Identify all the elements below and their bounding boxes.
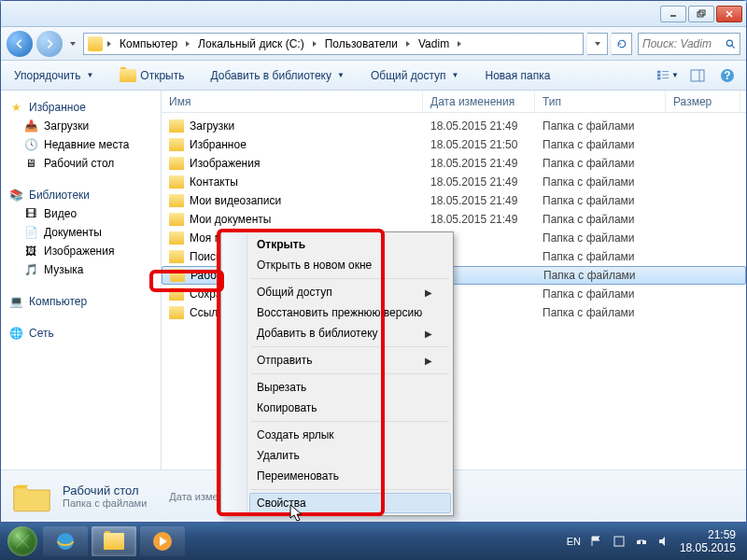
taskbar: EN 21:59 18.05.2015 xyxy=(0,523,747,560)
table-row[interactable]: Мои документы18.05.2015 21:49Папка с фай… xyxy=(162,210,746,229)
column-type[interactable]: Тип xyxy=(535,91,666,112)
sidebar-item-music[interactable]: 🎵Музыка xyxy=(5,260,157,279)
open-button[interactable]: Открыть xyxy=(114,65,190,86)
breadcrumb-computer[interactable]: Компьютер xyxy=(116,34,181,54)
network-icon[interactable] xyxy=(635,535,648,548)
cm-create-shortcut[interactable]: Создать ярлык xyxy=(249,425,451,445)
share-button[interactable]: Общий доступ▼ xyxy=(365,65,465,86)
add-to-library-button[interactable]: Добавить в библиотеку▼ xyxy=(204,65,349,86)
cm-rename[interactable]: Переименовать xyxy=(249,466,451,486)
preview-pane-button[interactable] xyxy=(686,66,709,85)
breadcrumb-users[interactable]: Пользователи xyxy=(321,34,402,54)
submenu-arrow-icon: ▶ xyxy=(425,356,432,366)
media-player-icon xyxy=(151,530,174,553)
sidebar-favorites[interactable]: ★Избранное xyxy=(5,98,157,117)
view-mode-button[interactable]: ▼ xyxy=(656,66,679,85)
refresh-button[interactable] xyxy=(612,33,632,55)
file-type: Папка с файлами xyxy=(535,138,666,151)
taskbar-media-player[interactable] xyxy=(140,526,185,556)
nav-history-dropdown[interactable] xyxy=(66,31,79,57)
file-type: Папка с файлами xyxy=(535,287,666,301)
search-box[interactable] xyxy=(638,33,740,55)
sidebar-item-label: Документы xyxy=(44,226,102,239)
cm-restore-previous[interactable]: Восстановить прежнюю версию xyxy=(249,302,451,323)
forward-button[interactable] xyxy=(36,31,63,57)
sidebar-item-video[interactable]: 🎞Видео xyxy=(5,204,157,223)
picture-icon: 🖼 xyxy=(23,244,38,259)
cm-share[interactable]: Общий доступ▶ xyxy=(249,282,451,302)
maximize-button[interactable] xyxy=(688,6,714,22)
sidebar-network[interactable]: 🌐Сеть xyxy=(5,324,157,343)
cm-copy[interactable]: Копировать xyxy=(249,398,451,418)
toolbar-label: Добавить в библиотеку xyxy=(210,69,331,82)
svg-rect-9 xyxy=(657,77,661,79)
sidebar-item-desktop[interactable]: 🖥Рабочий стол xyxy=(5,154,157,173)
table-row[interactable]: Изображения18.05.2015 21:49Папка с файла… xyxy=(162,154,746,173)
chevron-right-icon[interactable] xyxy=(105,41,114,47)
back-button[interactable] xyxy=(7,31,33,57)
column-headers: Имя Дата изменения Тип Размер xyxy=(162,91,746,113)
start-button[interactable] xyxy=(4,526,41,556)
breadcrumb-user[interactable]: Vadim xyxy=(415,34,453,54)
svg-rect-20 xyxy=(637,540,641,544)
cm-open-new-window[interactable]: Открыть в новом окне xyxy=(249,255,451,275)
sidebar-item-downloads[interactable]: 📥Загрузки xyxy=(5,117,157,135)
chevron-right-icon[interactable] xyxy=(455,41,464,47)
search-input[interactable] xyxy=(642,37,725,50)
cm-delete[interactable]: Удалить xyxy=(249,445,451,466)
navbar: Компьютер Локальный диск (C:) Пользовате… xyxy=(1,27,746,61)
column-size[interactable]: Размер xyxy=(666,91,740,112)
breadcrumb-drive[interactable]: Локальный диск (C:) xyxy=(194,34,308,54)
submenu-arrow-icon: ▶ xyxy=(425,329,432,339)
close-button[interactable] xyxy=(716,6,742,22)
column-label: Тип xyxy=(543,95,561,108)
chevron-right-icon[interactable] xyxy=(310,41,319,47)
help-button[interactable]: ? xyxy=(716,66,739,85)
breadcrumb-label: Компьютер xyxy=(120,37,177,50)
cm-open[interactable]: Открыть xyxy=(249,234,451,255)
address-dropdown[interactable] xyxy=(587,33,608,55)
sidebar-libraries[interactable]: 📚Библиотеки xyxy=(5,186,157,204)
recent-icon: 🕓 xyxy=(23,137,38,152)
column-name[interactable]: Имя xyxy=(162,91,423,112)
new-folder-button[interactable]: Новая папка xyxy=(479,65,556,86)
column-label: Размер xyxy=(673,95,712,108)
sidebar-label: Компьютер xyxy=(29,295,87,308)
taskbar-explorer[interactable] xyxy=(92,526,136,556)
sidebar-item-recent[interactable]: 🕓Недавние места xyxy=(5,135,157,154)
column-date[interactable]: Дата изменения xyxy=(423,91,535,112)
table-row[interactable]: Загрузки18.05.2015 21:49Папка с файлами xyxy=(162,117,746,135)
sidebar-item-documents[interactable]: 📄Документы xyxy=(5,223,157,242)
table-row[interactable]: Избранное18.05.2015 21:50Папка с файлами xyxy=(162,135,746,154)
library-icon: 📚 xyxy=(8,188,23,203)
breadcrumb-label: Локальный диск (C:) xyxy=(198,37,304,50)
minimize-button[interactable] xyxy=(660,6,686,22)
language-indicator[interactable]: EN xyxy=(567,536,581,547)
toolbar-label: Новая папка xyxy=(485,69,550,82)
volume-icon[interactable] xyxy=(657,535,670,548)
cm-properties[interactable]: Свойства xyxy=(249,493,451,513)
file-type: Папка с файлами xyxy=(535,306,666,319)
sidebar-computer[interactable]: 💻Компьютер xyxy=(5,292,157,311)
action-center-icon[interactable] xyxy=(613,535,626,548)
cm-cut[interactable]: Вырезать xyxy=(249,377,451,398)
cm-label: Копировать xyxy=(257,401,317,414)
flag-icon[interactable] xyxy=(590,535,603,548)
table-row[interactable]: Контакты18.05.2015 21:49Папка с файлами xyxy=(162,173,746,191)
ie-icon xyxy=(54,530,77,553)
address-bar[interactable]: Компьютер Локальный диск (C:) Пользовате… xyxy=(83,33,584,55)
file-date: 18.05.2015 21:49 xyxy=(423,175,535,189)
table-row[interactable]: Мои видеозаписи18.05.2015 21:49Папка с ф… xyxy=(162,191,746,210)
svg-rect-19 xyxy=(614,537,624,546)
chevron-right-icon[interactable] xyxy=(403,41,413,47)
document-icon: 📄 xyxy=(23,225,38,240)
organize-button[interactable]: Упорядочить▼ xyxy=(8,65,99,86)
clock[interactable]: 21:59 18.05.2015 xyxy=(680,528,736,555)
cm-add-to-library[interactable]: Добавить в библиотеку▶ xyxy=(249,323,451,343)
cm-send-to[interactable]: Отправить▶ xyxy=(249,350,451,371)
file-type: Папка с файлами xyxy=(535,175,666,189)
chevron-right-icon[interactable] xyxy=(183,41,192,47)
taskbar-ie[interactable] xyxy=(43,526,88,556)
cm-label: Переименовать xyxy=(257,469,339,483)
sidebar-item-pictures[interactable]: 🖼Изображения xyxy=(5,242,157,260)
